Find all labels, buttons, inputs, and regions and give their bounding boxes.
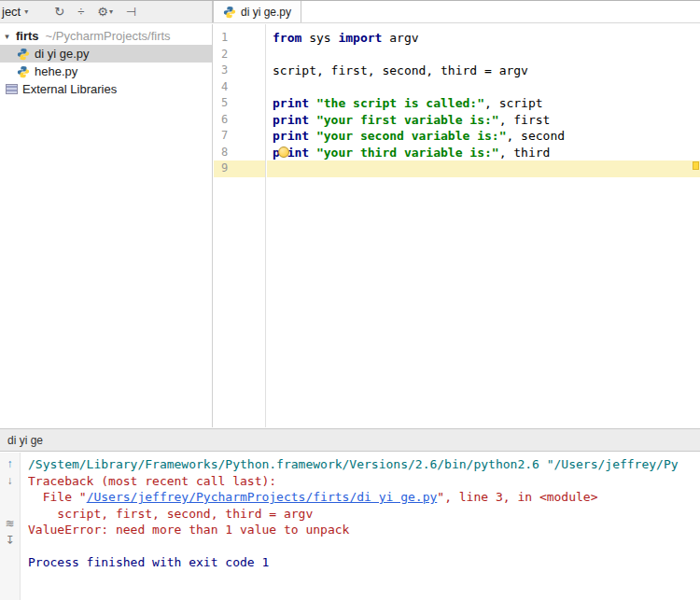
- editor-line[interactable]: print "the script is called:", script: [267, 95, 700, 112]
- project-external-libraries[interactable]: External Libraries: [0, 80, 212, 98]
- python-file-icon: [17, 65, 30, 78]
- console-error-text: Traceback (most recent call last):: [28, 474, 276, 488]
- project-root-name: firts: [16, 29, 39, 43]
- console-error-text: File ": [28, 490, 87, 504]
- code-text: [309, 96, 316, 110]
- project-file-di-yi-ge[interactable]: di yi ge.py: [0, 45, 212, 63]
- file-label: di yi ge.py: [35, 47, 90, 61]
- expand-arrow-icon[interactable]: ▾: [3, 32, 11, 41]
- editor-line[interactable]: print "your third variable is:", third: [267, 145, 700, 161]
- code-string: "your second variable is:": [316, 129, 507, 143]
- python-file-icon: [223, 6, 236, 19]
- stacktrace-file-link[interactable]: /Users/jeffrey/PycharmProjects/firts/di …: [87, 490, 438, 504]
- line-number[interactable]: 8: [214, 145, 265, 161]
- soft-wrap-icon[interactable]: ≋: [3, 515, 18, 532]
- down-stacktrace-icon[interactable]: ↓: [3, 472, 18, 489]
- code-string: "your third variable is:": [316, 146, 499, 160]
- line-number[interactable]: 9: [214, 160, 265, 177]
- console-line: /System/Library/Frameworks/Python.framew…: [28, 456, 700, 473]
- code-text: , first: [499, 113, 551, 127]
- sync-icon[interactable]: ↻: [54, 5, 64, 19]
- console-output[interactable]: /System/Library/Frameworks/Python.framew…: [28, 456, 700, 571]
- console-line: ValueError: need more than 1 value to un…: [28, 522, 700, 538]
- code-text: , script: [484, 96, 543, 110]
- scroll-to-end-icon[interactable]: ↧: [3, 532, 18, 549]
- console-line: [28, 538, 700, 555]
- hide-panel-icon[interactable]: ⊣: [126, 5, 136, 19]
- chevron-down-icon: ▾: [109, 7, 113, 16]
- editor-line[interactable]: print "your first variable is:", first: [267, 112, 700, 129]
- code-string: "your first variable is:": [316, 113, 499, 127]
- file-label: hehe.py: [35, 64, 77, 78]
- code-text: [309, 146, 316, 160]
- console-line: File "/Users/jeffrey/PycharmProjects/fir…: [28, 489, 700, 506]
- project-file-hehe[interactable]: hehe.py: [0, 63, 212, 80]
- up-stacktrace-icon[interactable]: ↑: [3, 455, 18, 472]
- editor-line[interactable]: [267, 79, 700, 96]
- project-tool-window: ▾ firts ~/PycharmProjects/firts di yi ge…: [0, 24, 213, 427]
- project-root-node[interactable]: ▾ firts ~/PycharmProjects/firts: [0, 27, 212, 45]
- run-console: ↑ ↓ ≋ ↧ /System/Library/Frameworks/Pytho…: [0, 453, 700, 600]
- line-number[interactable]: 2: [214, 47, 265, 63]
- code-keyword: import: [338, 31, 382, 45]
- console-error-text: ValueError: need more than 1 value to un…: [28, 523, 349, 537]
- intention-bulb-icon[interactable]: [278, 147, 289, 158]
- line-number[interactable]: 4: [214, 79, 265, 96]
- toolbar-icons: ↻ ÷ ⚙ ▾ ⊣: [54, 5, 136, 19]
- console-error-text: ", line 3, in <module>: [437, 490, 597, 504]
- line-number[interactable]: 1: [214, 30, 265, 47]
- console-info-text: Process finished with exit code 1: [28, 555, 269, 569]
- project-view-label: ject: [2, 5, 21, 19]
- console-toolbar: ↑ ↓ ≋ ↧: [0, 453, 21, 600]
- code-string: "the script is called:": [316, 96, 484, 110]
- settings-gear-icon[interactable]: ⚙ ▾: [97, 5, 113, 19]
- editor-line[interactable]: [267, 160, 700, 177]
- code-text: argv: [382, 31, 418, 45]
- code-text: sys: [301, 31, 338, 45]
- code-text: , third: [499, 146, 551, 160]
- console-command-text: /System/Library/Frameworks/Python.framew…: [28, 457, 679, 471]
- line-number[interactable]: 6: [214, 112, 265, 129]
- run-config-name: di yi ge: [7, 434, 43, 447]
- editor-code[interactable]: from sys import argvscript, first, secon…: [267, 24, 700, 177]
- tab-di-yi-ge[interactable]: di yi ge.py: [213, 1, 301, 22]
- line-number[interactable]: 3: [214, 63, 265, 79]
- console-error-text: script, first, second, third = argv: [28, 507, 313, 521]
- line-number[interactable]: 7: [214, 128, 265, 145]
- code-keyword: print: [273, 129, 309, 143]
- chevron-down-icon: ▾: [24, 7, 28, 16]
- code-keyword: print: [273, 96, 309, 110]
- editor-line[interactable]: script, first, second, third = argv: [267, 63, 700, 79]
- pycharm-window: ject ▾ ↻ ÷ ⚙ ▾ ⊣ di yi ge.py ▾ firts ~/P…: [0, 0, 700, 600]
- project-root-path: ~/PycharmProjects/firts: [46, 29, 171, 43]
- console-line: Process finished with exit code 1: [28, 554, 700, 571]
- editor-line[interactable]: print "your second variable is:", second: [267, 128, 700, 145]
- python-file-icon: [17, 48, 30, 61]
- libraries-icon: [6, 84, 18, 94]
- editor-gutter: 123456789: [214, 24, 266, 427]
- collapse-all-icon[interactable]: ÷: [77, 5, 84, 19]
- code-text: [309, 113, 316, 127]
- code-text: script, first, second, third = argv: [273, 63, 528, 77]
- project-view-selector[interactable]: ject ▾: [2, 5, 28, 19]
- main-toolbar: ject ▾ ↻ ÷ ⚙ ▾ ⊣: [0, 1, 213, 23]
- error-stripe-mark[interactable]: [693, 161, 699, 170]
- editor[interactable]: 123456789 from sys import argvscript, fi…: [214, 24, 700, 427]
- gear-glyph: ⚙: [97, 5, 108, 19]
- external-libraries-label: External Libraries: [22, 82, 117, 96]
- editor-line[interactable]: from sys import argv: [267, 30, 700, 47]
- code-text: , second: [506, 129, 565, 143]
- line-number[interactable]: 5: [214, 95, 265, 112]
- editor-tabbar: di yi ge.py: [213, 1, 700, 23]
- code-keyword: print: [273, 113, 309, 127]
- console-line: script, first, second, third = argv: [28, 506, 700, 523]
- code-text: [309, 129, 316, 143]
- console-line: Traceback (most recent call last):: [28, 473, 700, 490]
- run-panel-header: di yi ge: [0, 428, 700, 452]
- code-keyword: from: [273, 31, 301, 45]
- editor-line[interactable]: [267, 47, 700, 63]
- tab-label: di yi ge.py: [241, 6, 291, 19]
